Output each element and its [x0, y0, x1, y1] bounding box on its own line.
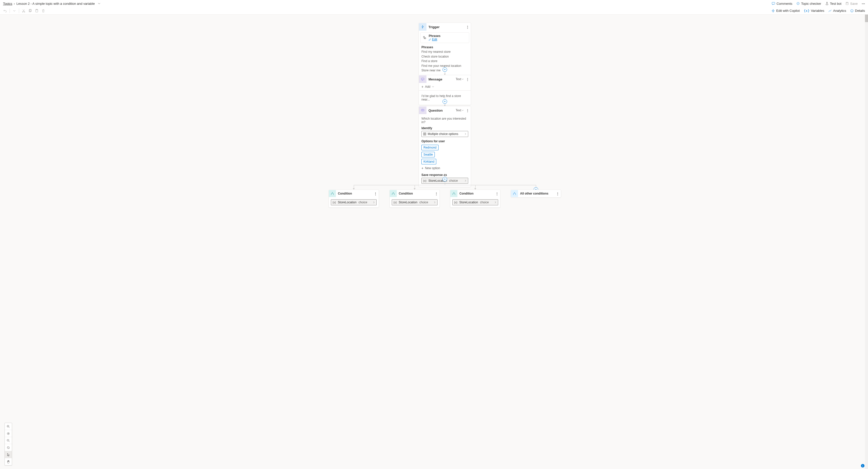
option-chip[interactable]: Kirkland [422, 159, 436, 164]
identify-selector[interactable]: Multiple choice options [422, 131, 468, 137]
svg-rect-13 [422, 78, 424, 80]
add-node-button[interactable]: + [442, 177, 447, 181]
cut-icon [22, 9, 25, 12]
cut-button[interactable] [22, 9, 26, 12]
test-bot-button[interactable]: Test bot [825, 2, 842, 5]
option-chip[interactable]: Seattle [422, 152, 435, 157]
condition-node[interactable]: Condition ⋮ {x} StoreLocation choice [450, 190, 500, 208]
add-node-button[interactable]: + [442, 67, 447, 72]
delete-button[interactable] [41, 9, 45, 12]
chevron-right-icon [464, 133, 466, 135]
phrases-subtitle: Phrases [429, 34, 467, 38]
question-title: Question [427, 108, 456, 112]
reset-zoom-button[interactable] [5, 444, 12, 451]
new-option-button[interactable]: + New option [422, 166, 468, 170]
message-type-dropdown[interactable]: Text [456, 77, 464, 81]
canvas-area[interactable]: Trigger ⋮ Phrases Edit Phrases [0, 14, 868, 469]
all-other-conditions-node[interactable]: All other conditions ⋮ [511, 190, 561, 198]
details-button[interactable]: Details [850, 9, 865, 12]
info-icon [850, 9, 854, 12]
trigger-icon [419, 23, 427, 31]
edit-phrases-link[interactable]: Edit [429, 38, 467, 41]
topic-checker-button[interactable]: Topic checker [796, 2, 821, 5]
phrase-item: Check store location [422, 54, 468, 59]
breadcrumb-dropdown[interactable] [98, 2, 100, 5]
hand-tool-button[interactable] [5, 458, 12, 465]
undo-button[interactable] [3, 9, 7, 12]
flask-icon [825, 2, 829, 5]
status-indicator[interactable]: 1 [861, 464, 865, 468]
svg-point-22 [8, 433, 9, 434]
topic-checker-icon [796, 2, 800, 5]
chevron-down-icon [98, 2, 100, 5]
add-node-button[interactable]: + [442, 99, 447, 104]
redo-dropdown-button[interactable] [12, 9, 17, 12]
chevron-down-icon [13, 9, 16, 12]
message-add-button[interactable]: + Add [419, 83, 471, 91]
details-label: Details [855, 9, 865, 12]
sparkle-icon [771, 9, 775, 12]
analytics-button[interactable]: Analytics [828, 9, 846, 12]
paste-button[interactable] [35, 9, 39, 12]
condition-menu-button[interactable]: ⋮ [554, 192, 561, 196]
message-menu-button[interactable]: ⋮ [464, 77, 471, 81]
message-header: Message Text ⋮ [419, 75, 471, 83]
reset-icon [6, 446, 10, 449]
breadcrumb-root[interactable]: Topics [3, 2, 12, 5]
variables-button[interactable]: {x} Variables [804, 9, 825, 12]
delete-icon [41, 9, 45, 12]
zoom-in-button[interactable] [5, 423, 12, 430]
save-icon [845, 2, 849, 5]
trigger-menu-button[interactable]: ⋮ [464, 25, 471, 29]
condition-node[interactable]: Condition ⋮ {x} StoreLocation choice [329, 190, 379, 208]
scrollbar-thumb[interactable] [865, 14, 868, 22]
condition-title: Condition [457, 192, 494, 195]
hand-icon [6, 460, 10, 464]
connector-line [354, 185, 536, 185]
svg-rect-18 [424, 134, 425, 135]
variable-icon: {x} [454, 201, 457, 204]
undo-icon [3, 9, 7, 12]
condition-variable-selector[interactable]: {x} StoreLocation choice [453, 199, 498, 205]
condition-title: Condition [336, 192, 372, 195]
zoom-out-button[interactable] [5, 437, 12, 444]
condition-menu-button[interactable]: ⋮ [494, 192, 500, 196]
edit-with-copilot-button[interactable]: Edit with Copilot [771, 9, 800, 12]
comments-button[interactable]: Comments [772, 2, 792, 5]
select-tool-button[interactable] [5, 451, 12, 458]
condition-node[interactable]: Condition ⋮ {x} StoreLocation choice [390, 190, 440, 208]
save-button[interactable]: Save [845, 2, 858, 5]
question-icon: ? [419, 107, 427, 114]
option-chip[interactable]: Redmond [422, 145, 438, 150]
plus-icon: + [422, 166, 424, 170]
condition-variable-selector[interactable]: {x} StoreLocation choice [331, 199, 377, 205]
phrases-panel[interactable]: Phrases Edit [421, 32, 469, 43]
fit-button[interactable] [5, 430, 12, 437]
topic-checker-label: Topic checker [801, 2, 821, 5]
top-actions: Comments Topic checker Test bot Save ⋯ [772, 2, 865, 5]
edit-copilot-label: Edit with Copilot [776, 9, 800, 12]
copy-button[interactable] [28, 9, 32, 12]
analytics-icon [828, 9, 832, 12]
condition-title: Condition [397, 192, 433, 195]
authoring-canvas: Trigger ⋮ Phrases Edit Phrases [245, 14, 623, 469]
condition-menu-button[interactable]: ⋮ [433, 192, 439, 196]
vertical-scrollbar[interactable] [865, 14, 868, 469]
phrase-item: Find a store [422, 59, 468, 64]
question-menu-button[interactable]: ⋮ [464, 108, 471, 112]
question-header: ? Question Text ⋮ [419, 106, 471, 114]
condition-title: All other conditions [518, 192, 554, 195]
variables-label: Variables [811, 9, 824, 12]
condition-variable-selector[interactable]: {x} StoreLocation choice [392, 199, 437, 205]
choices-icon [423, 132, 426, 135]
condition-header: Condition ⋮ [390, 190, 439, 197]
svg-rect-19 [425, 134, 426, 135]
chevron-right-icon [373, 201, 375, 203]
question-prompt[interactable]: Which location are you interested in? [422, 117, 468, 124]
breadcrumb-separator: › [14, 2, 15, 5]
condition-menu-button[interactable]: ⋮ [372, 192, 379, 196]
svg-rect-16 [424, 133, 425, 134]
chevron-right-icon [494, 201, 496, 203]
more-actions-button[interactable]: ⋯ [862, 2, 865, 5]
question-type-dropdown[interactable]: Text [456, 108, 464, 112]
